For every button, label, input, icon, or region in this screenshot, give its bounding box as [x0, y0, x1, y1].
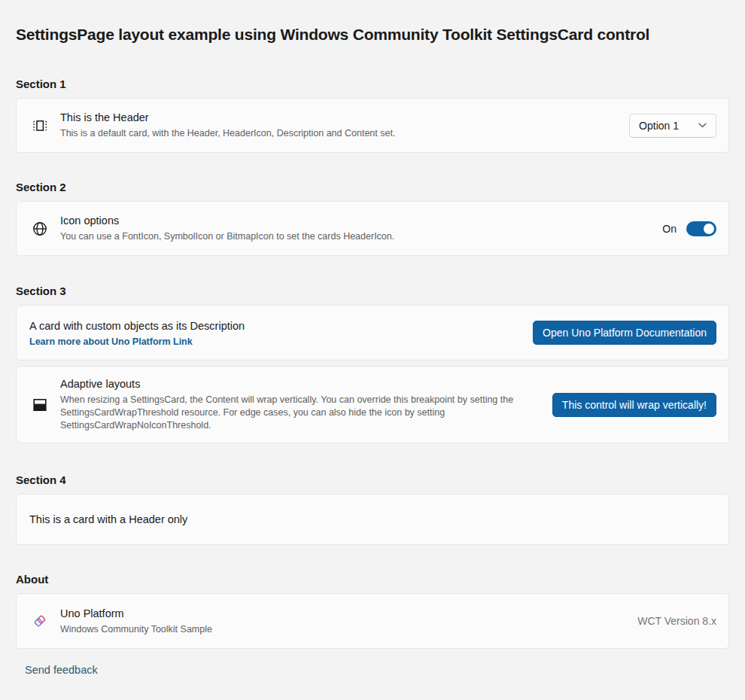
card-header: Icon options — [60, 214, 662, 228]
send-feedback-link[interactable]: Send feedback — [25, 664, 98, 676]
settings-card-adaptive-layouts: Adaptive layouts When resizing a Setting… — [16, 366, 729, 443]
icon-toggle-switch[interactable] — [686, 221, 716, 236]
page-title: SettingsPage layout example using Window… — [16, 0, 729, 44]
toggle-state-label: On — [662, 223, 677, 235]
wrap-icon — [32, 396, 48, 414]
about-card-header: Uno Platform — [60, 607, 637, 621]
settings-card-default: This is the Header This is a default car… — [16, 98, 729, 153]
options-dropdown[interactable]: Option 1 — [629, 114, 716, 138]
open-documentation-button[interactable]: Open Uno Platform Documentation — [533, 321, 716, 345]
card-header: A card with custom objects as its Descri… — [29, 319, 533, 333]
uno-logo-icon — [32, 612, 48, 630]
section-2-label: Section 2 — [16, 181, 729, 193]
card-description: This is a default card, with the Header,… — [60, 127, 629, 140]
card-description: When resizing a SettingsCard, the Conten… — [60, 394, 533, 432]
card-header: Adaptive layouts — [60, 377, 552, 391]
about-card-description: Windows Community Toolkit Sample — [60, 623, 637, 636]
globe-icon — [32, 220, 48, 238]
section-1-label: Section 1 — [16, 78, 729, 90]
chevron-down-icon — [698, 123, 707, 128]
toggle-knob — [704, 224, 714, 234]
settings-card-header-only: This is a card with a Header only — [16, 494, 729, 545]
about-label: About — [16, 574, 729, 586]
card-header: This is the Header — [60, 111, 629, 125]
uno-platform-link[interactable]: Learn more about Uno Platform Link — [29, 336, 533, 347]
section-4-label: Section 4 — [16, 474, 729, 486]
settings-page: SettingsPage layout example using Window… — [0, 0, 745, 677]
about-card: Uno Platform Windows Community Toolkit S… — [16, 593, 729, 649]
card-description: You can use a FontIcon, SymbolIcon or Bi… — [60, 230, 662, 243]
settings-card-icon-options: Icon options You can use a FontIcon, Sym… — [16, 201, 729, 256]
wrap-demo-button[interactable]: This control will wrap vertically! — [552, 393, 716, 417]
wct-version-text: WCT Version 8.x — [637, 615, 716, 627]
placeholder-icon — [32, 117, 48, 135]
section-3-label: Section 3 — [16, 285, 729, 297]
dropdown-selected-value: Option 1 — [639, 120, 679, 132]
settings-card-custom-description: A card with custom objects as its Descri… — [16, 305, 729, 361]
card-header: This is a card with a Header only — [29, 513, 716, 527]
